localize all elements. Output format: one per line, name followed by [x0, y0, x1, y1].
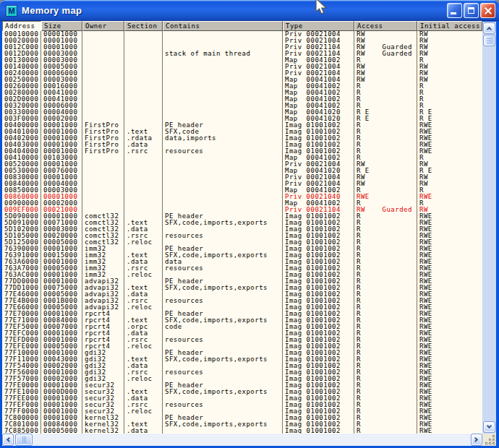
- table-row[interactable]: 0052000000001000Priv 00021004RWRW: [2, 161, 482, 168]
- close-button[interactable]: [480, 3, 495, 18]
- table-row[interactable]: 0013000000003000Map 00041002RR: [2, 57, 482, 64]
- cell-section: [124, 83, 163, 90]
- scroll-left-button[interactable]: [2, 434, 14, 446]
- table-row[interactable]: 003F000000002000Map 00041020R ER E: [2, 116, 482, 122]
- table-row[interactable]: 0014000000005000Priv 00021004RWRW: [2, 64, 482, 70]
- maximize-button[interactable]: [464, 3, 479, 18]
- minimize-button[interactable]: [447, 3, 462, 18]
- table-row[interactable]: 0040400000001000FirstPro.rsrcresourcesIm…: [2, 148, 482, 155]
- column-header-section[interactable]: Section: [124, 21, 163, 31]
- table-row[interactable]: 0028000000041000Map 00041002RR: [2, 90, 482, 96]
- column-header-size[interactable]: Size: [41, 21, 82, 31]
- table-row[interactable]: 5D10500000020000comctl32.rsrcresourcesIm…: [2, 233, 482, 239]
- vertical-scrollbar[interactable]: [482, 22, 496, 434]
- table-row[interactable]: 77F5400000002000gdi32.dataImag 01001002R…: [2, 363, 482, 369]
- table-row[interactable]: 77EFE00000005000rpcrt4.relocImag 0100100…: [2, 343, 482, 350]
- column-header-type[interactable]: Type: [283, 21, 354, 31]
- cell-owner: FirstPro: [82, 135, 124, 142]
- table-row[interactable]: 77FEE00000001000secur32.dataImag 0100100…: [2, 395, 482, 402]
- table-row[interactable]: 0032000000006000Map 00041002RR: [2, 103, 482, 109]
- cell-access: R: [354, 135, 417, 142]
- table-row[interactable]: 5D09100000071000comctl32.textSFX,code,im…: [2, 220, 482, 226]
- table-row[interactable]: 77E7000000001000rpcrt4PE headerImag 0100…: [2, 311, 482, 317]
- column-header-initial-access[interactable]: Initial access: [417, 21, 482, 31]
- table-row[interactable]: 0012C00000001000Priv 00021104RW GuardedR…: [2, 44, 482, 51]
- table-row[interactable]: 0084000000004000Priv 00021004RWRW: [2, 181, 482, 187]
- scroll-up-button[interactable]: [483, 22, 495, 34]
- table-row[interactable]: 77E7100000084000rpcrt4.textSFX,code,impo…: [2, 317, 482, 324]
- table-row[interactable]: 77FE000000001000secur32PE headerImag 010…: [2, 382, 482, 389]
- chevron-up-icon: [487, 27, 492, 32]
- table-row[interactable]: 7C88500000005000kernel32.dataImag 010010…: [2, 428, 482, 434]
- cell-section: .text: [124, 389, 163, 395]
- table-row[interactable]: 77F1100000043000gdi32.textSFX,code,impor…: [2, 356, 482, 363]
- table-row[interactable]: 0033000000004000Map 00041020R ER E: [2, 109, 482, 116]
- table-row[interactable]: 0024000000006000Priv 00021004RWRW: [2, 70, 482, 77]
- cell-address: 77E70000: [2, 311, 41, 317]
- table-row[interactable]: 77E4600000005000advapi32.dataImag 010010…: [2, 291, 482, 298]
- scroll-down-button[interactable]: [483, 421, 495, 433]
- table-row[interactable]: 77EFD00000001000rpcrt4.rsrcresourcesImag…: [2, 337, 482, 343]
- table-row[interactable]: 0040100000001000FirstPro.textSFX,codeIma…: [2, 129, 482, 135]
- table-row[interactable]: 0090000000002000Map 00041002RR: [2, 200, 482, 207]
- table-row[interactable]: 763AC00000001000imm32.relocImag 01001002…: [2, 272, 482, 278]
- cell-contains: [163, 44, 283, 51]
- table-row[interactable]: 763A600000001000imm32.datadataImag 01001…: [2, 259, 482, 265]
- column-header-address[interactable]: Address: [2, 21, 41, 31]
- table-row[interactable]: 002D000000041000Map 00041002RR: [2, 96, 482, 103]
- table-row[interactable]: 77EFC00000001000rpcrt4.dataImag 01001002…: [2, 330, 482, 337]
- table-row[interactable]: 0053000000076000Map 00041020R ER E: [2, 168, 482, 174]
- table-row[interactable]: 7C80000000001000kernel32PE headerImag 01…: [2, 415, 482, 421]
- table-row[interactable]: 0083000000001000Priv 00021004RWRW: [2, 174, 482, 181]
- table-row[interactable]: 0041000000103000Map 00041002RR: [2, 155, 482, 161]
- cell-size: 00076000: [41, 168, 82, 174]
- cell-contains: [163, 142, 283, 148]
- vertical-scroll-thumb[interactable]: [483, 35, 495, 46]
- cell-access: RW: [354, 38, 417, 44]
- table-row[interactable]: 763A700000005000imm32.rsrcresourcesImag …: [2, 265, 482, 272]
- table-row[interactable]: 7639100000015000imm32.textSFX,code,impor…: [2, 252, 482, 259]
- table-row[interactable]: 0085000000003000Map 00041002RR: [2, 187, 482, 194]
- cell-initial-access: RW: [417, 44, 482, 51]
- table-row[interactable]: 5D12500000005000comctl32.relocImag 01001…: [2, 239, 482, 246]
- table-row[interactable]: 0040000000001000FirstProPE headerImag 01…: [2, 122, 482, 129]
- table-row[interactable]: 5D10200000003000comctl32.dataImag 010010…: [2, 226, 482, 233]
- column-header-access[interactable]: Access: [354, 21, 417, 31]
- table-row[interactable]: 0001000000001000Priv 00021004RWRW: [2, 31, 482, 38]
- table-row[interactable]: 0025000000003000Map 00041004RWRW: [2, 77, 482, 83]
- table-row[interactable]: 77FE10000000D000secur32.textSFX,code,imp…: [2, 389, 482, 395]
- table-row[interactable]: 77F5600000001000gdi32.rsrcresourcesImag …: [2, 369, 482, 376]
- column-header-owner[interactable]: Owner: [82, 21, 124, 31]
- table-row[interactable]: 0040300000001000FirstPro.dataImag 010010…: [2, 142, 482, 148]
- table-row[interactable]: 77E6600000005000advapi32.relocImag 01001…: [2, 304, 482, 311]
- column-header-contains[interactable]: Contains: [163, 21, 283, 31]
- cell-access: RW: [354, 181, 417, 187]
- cell-initial-access: RWE: [417, 259, 482, 265]
- table-row[interactable]: 009EF00000021000Priv 00021104RW GuardedR…: [2, 207, 482, 213]
- resize-grip[interactable]: [486, 436, 495, 445]
- table-row[interactable]: 77FF000000001000secur32.relocImag 010010…: [2, 408, 482, 415]
- horizontal-scrollbar[interactable]: [2, 434, 482, 446]
- table-row[interactable]: 5D09000000001000comctl32PE headerImag 01…: [2, 213, 482, 220]
- table-row[interactable]: 7639000000001000imm32PE headerImag 01001…: [2, 246, 482, 252]
- memory-map-icon[interactable]: M: [6, 5, 17, 17]
- scroll-right-button[interactable]: [471, 434, 482, 446]
- cell-contains: [163, 408, 283, 415]
- table-row[interactable]: 77EF500000007000rpcrt4.orpccodeImag 0100…: [2, 324, 482, 330]
- title-bar[interactable]: M Memory map: [0, 0, 499, 21]
- table-row[interactable]: 0012D00000003000stack of main threadPriv…: [2, 51, 482, 57]
- table-row[interactable]: 77DD000000001000advapi32PE headerImag 01…: [2, 278, 482, 285]
- table-row[interactable]: 77F1000000001000gdi32PE headerImag 01001…: [2, 350, 482, 356]
- table-row[interactable]: 77F5700000002000gdi32.relocImag 01001002…: [2, 376, 482, 382]
- table-row[interactable]: 7C80100000084000kernel32.textSFX,code,im…: [2, 421, 482, 428]
- table-row[interactable]: 77DD100000075000advapi32.textSFX,code,im…: [2, 285, 482, 291]
- table-row[interactable]: 0086000000001000Priv 00021040RWERWE: [2, 194, 482, 200]
- cell-section: [124, 90, 163, 96]
- table-row[interactable]: 0002000000001000Priv 00021004RWRW: [2, 38, 482, 44]
- table-row[interactable]: 0026000000016000Map 00041002RR: [2, 83, 482, 90]
- table-row[interactable]: 0040200000001000FirstPro.rdatadata,impor…: [2, 135, 482, 142]
- table-row[interactable]: 77E4B0000001B000advapi32.rsrcresourcesIm…: [2, 298, 482, 304]
- horizontal-scroll-thumb[interactable]: [15, 434, 33, 446]
- table-row[interactable]: 77FEF00000001000secur32.rsrcresourcesIma…: [2, 402, 482, 408]
- cell-contains: [163, 200, 283, 207]
